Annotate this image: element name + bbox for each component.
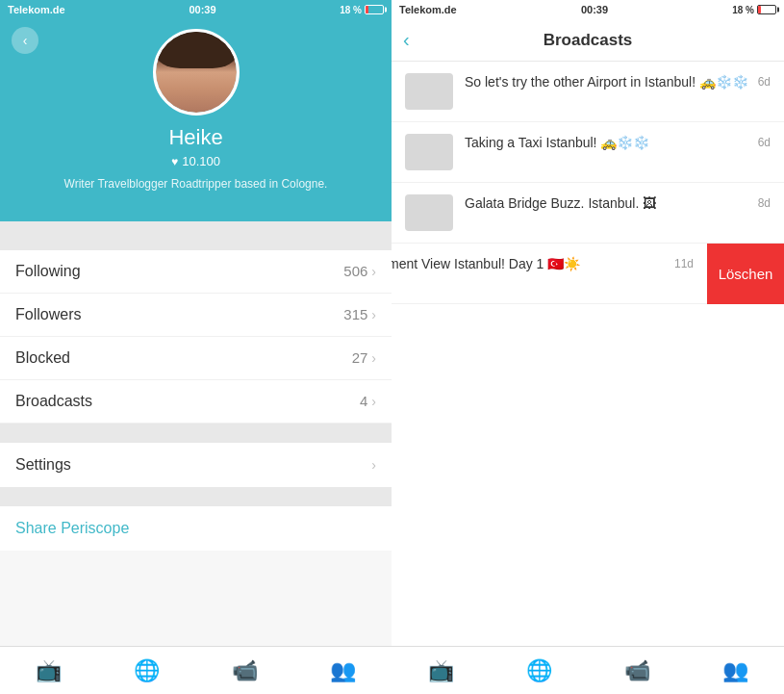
broadcast-age-0: 6d	[758, 75, 771, 89]
right-battery: 18 %	[732, 5, 776, 15]
right-status-bar: Telekom.de 00:39 18 %	[392, 0, 784, 19]
broadcast-title-3: ment View Istanbul! Day 1 🇹🇷☀️	[392, 256, 580, 271]
globe-icon-right: 🌐	[526, 658, 552, 683]
tv-icon-right: 📺	[428, 658, 454, 683]
broadcasts-list: So let's try the other Airport in Istanb…	[392, 62, 784, 646]
right-panel: Telekom.de 00:39 18 % ‹ Broadcasts So le…	[392, 0, 784, 694]
left-time: 00:39	[189, 4, 215, 15]
left-status-bar: Telekom.de 00:39 18 %	[0, 0, 392, 19]
broadcast-age-1: 6d	[758, 136, 771, 149]
section-divider-bottom	[0, 487, 392, 506]
broadcast-item-0[interactable]: So let's try the other Airport in Istanb…	[392, 62, 784, 122]
broadcast-content-3: ment View Istanbul! Day 1 🇹🇷☀️	[392, 255, 694, 274]
following-chevron: ›	[371, 264, 376, 279]
broadcast-item-3[interactable]: ment View Istanbul! Day 1 🇹🇷☀️ 11d	[392, 244, 707, 304]
blocked-chevron: ›	[371, 350, 376, 366]
broadcast-title-0: So let's try the other Airport in Istanb…	[465, 74, 748, 90]
broadcast-title-1: Taking a Taxi Istanbul! 🚕❄️❄️	[465, 135, 649, 150]
broadcast-content-2: Galata Bridge Buzz. Istanbul. 🖼	[465, 194, 771, 214]
broadcast-item-2[interactable]: Galata Bridge Buzz. Istanbul. 🖼 8d	[392, 183, 784, 244]
following-count: 506	[343, 263, 367, 279]
right-time: 00:39	[581, 4, 608, 15]
broadcast-thumb-1	[405, 134, 453, 170]
blocked-label: Blocked	[15, 349, 70, 367]
menu-item-followers[interactable]: Followers 315 ›	[0, 294, 392, 337]
tab-globe-right[interactable]: 🌐	[490, 647, 588, 694]
profile-bio: Writer Travelblogger Roadtripper based i…	[64, 176, 328, 193]
tab-people-left[interactable]: 👥	[293, 647, 392, 694]
broadcast-thumb-2	[405, 194, 453, 231]
share-periscope-label: Share Periscope	[15, 520, 129, 536]
right-carrier: Telekom.de	[399, 4, 457, 15]
tab-globe-left[interactable]: 🌐	[98, 647, 196, 694]
broadcast-content-0: So let's try the other Airport in Istanb…	[465, 73, 771, 92]
menu-list: Following 506 › Followers 315 › Blocked …	[0, 250, 392, 424]
broadcasts-label: Broadcasts	[15, 393, 92, 410]
broadcasts-chevron: ›	[371, 394, 376, 409]
settings-label: Settings	[15, 456, 71, 474]
left-tab-bar: 📺 🌐 📹 👥	[0, 646, 392, 694]
broadcast-thumb-0	[405, 73, 453, 110]
section-divider-middle	[0, 424, 392, 443]
menu-item-following[interactable]: Following 506 ›	[0, 250, 392, 294]
following-label: Following	[15, 263, 81, 280]
broadcast-age-3: 11d	[674, 257, 694, 270]
blocked-count: 27	[352, 349, 368, 366]
delete-button[interactable]: Löschen	[707, 244, 784, 304]
people-icon-right: 👥	[722, 658, 748, 683]
tab-people-right[interactable]: 👥	[686, 647, 784, 694]
section-divider-top	[0, 221, 392, 250]
broadcasts-back-button[interactable]: ‹	[403, 29, 410, 51]
followers-label: Followers	[15, 306, 81, 323]
broadcast-item-3-wrapper: ment View Istanbul! Day 1 🇹🇷☀️ 11d Lösch…	[392, 244, 784, 304]
globe-icon-left: 🌐	[134, 658, 160, 683]
profile-header: ‹ Heike ♥ 10.100 Writer Travelblogger Ro…	[0, 19, 392, 221]
followers-count: 315	[343, 306, 367, 322]
left-panel: Telekom.de 00:39 18 % ‹ Heike ♥ 10.100 W…	[0, 0, 392, 694]
broadcast-item-1[interactable]: Taking a Taxi Istanbul! 🚕❄️❄️ 6d	[392, 122, 784, 183]
camera-icon-right: 📹	[624, 658, 650, 683]
settings-chevron: ›	[371, 457, 376, 473]
broadcast-title-2: Galata Bridge Buzz. Istanbul. 🖼	[465, 195, 656, 211]
profile-name: Heike	[168, 125, 222, 150]
avatar	[153, 29, 240, 116]
right-tab-bar: 📺 🌐 📹 👥	[392, 646, 784, 694]
broadcast-content-1: Taking a Taxi Istanbul! 🚕❄️❄️	[465, 134, 771, 153]
camera-icon-left: 📹	[232, 658, 258, 683]
tab-tv-right[interactable]: 📺	[392, 647, 490, 694]
heart-icon: ♥	[171, 155, 178, 168]
settings-item[interactable]: Settings ›	[0, 443, 392, 487]
followers-chevron: ›	[371, 307, 376, 322]
tv-icon-left: 📺	[36, 658, 62, 683]
tab-camera-left[interactable]: 📹	[196, 647, 294, 694]
menu-item-blocked[interactable]: Blocked 27 ›	[0, 337, 392, 380]
tab-tv-left[interactable]: 📺	[0, 647, 98, 694]
left-back-button[interactable]: ‹	[12, 27, 38, 54]
share-periscope-item[interactable]: Share Periscope	[0, 506, 392, 551]
tab-camera-right[interactable]: 📹	[588, 647, 686, 694]
broadcasts-count: 4	[360, 393, 367, 409]
people-icon-left: 👥	[330, 658, 356, 683]
broadcasts-title: Broadcasts	[544, 31, 633, 50]
menu-item-broadcasts[interactable]: Broadcasts 4 ›	[0, 380, 392, 424]
broadcasts-nav: ‹ Broadcasts	[392, 19, 784, 62]
left-battery: 18 %	[340, 5, 384, 15]
broadcast-age-2: 8d	[758, 196, 771, 210]
left-carrier: Telekom.de	[8, 4, 65, 15]
profile-hearts: ♥ 10.100	[171, 154, 220, 168]
